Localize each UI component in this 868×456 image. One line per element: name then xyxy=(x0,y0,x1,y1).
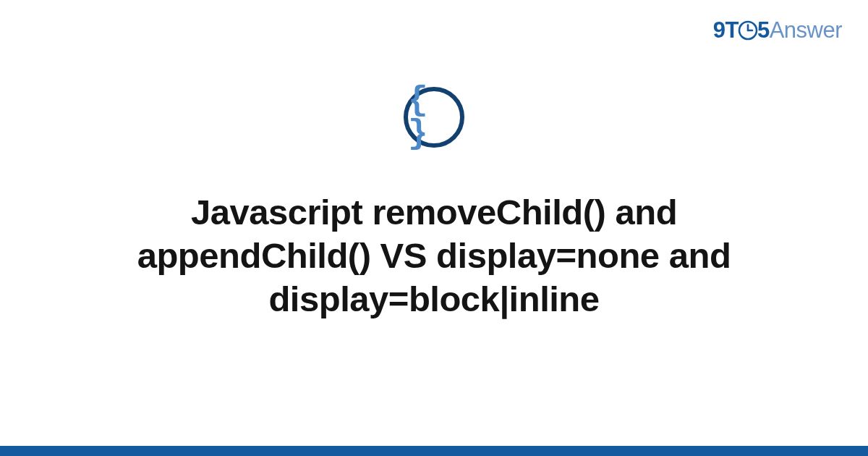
code-braces-icon: { } xyxy=(404,87,464,148)
content-center: { } Javascript removeChild() and appendC… xyxy=(0,87,868,321)
brand-part-5: 5 xyxy=(757,17,770,43)
clock-icon xyxy=(738,20,758,46)
footer-accent-bar xyxy=(0,446,868,456)
site-brand-logo: 9T 5Answer xyxy=(713,17,842,46)
braces-glyph: { } xyxy=(408,84,460,151)
brand-part-answer: Answer xyxy=(770,17,842,43)
brand-part-t: T xyxy=(725,17,738,43)
brand-part-9: 9 xyxy=(713,17,726,43)
page-title: Javascript removeChild() and appendChild… xyxy=(87,191,781,321)
